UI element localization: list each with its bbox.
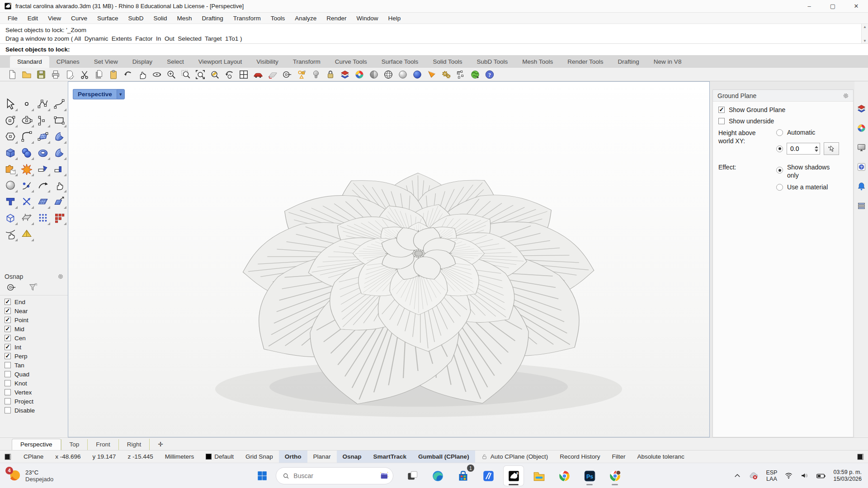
panel-libraries-icon[interactable] (857, 201, 866, 211)
status-item[interactable]: x -48.696 (49, 450, 86, 463)
pyramid-icon[interactable] (19, 226, 35, 242)
blast-icon[interactable] (19, 161, 35, 177)
toolbar-tab[interactable]: Visibility (249, 56, 286, 68)
mesh-icon[interactable] (35, 193, 51, 210)
new-file-icon[interactable] (6, 69, 18, 80)
selection-filter-icon[interactable] (296, 69, 307, 80)
osnap-tab-icon[interactable] (6, 282, 16, 292)
minimize-button[interactable]: – (797, 0, 821, 12)
menu-item[interactable]: SubD (123, 14, 149, 23)
panel-monitor-icon[interactable] (857, 143, 866, 152)
manual-height-radio[interactable] (776, 145, 783, 152)
curved-surface-icon[interactable] (51, 128, 67, 145)
chrome-icon[interactable] (554, 466, 574, 486)
toolbar-tab[interactable]: Transform (286, 56, 328, 68)
zoom-extents-icon[interactable] (194, 69, 206, 80)
command-prompt[interactable]: Select objects to lock: (0, 44, 868, 56)
point-icon[interactable] (19, 96, 35, 112)
perspective-viewport[interactable]: Perspective ▼ (68, 81, 710, 437)
viewport-title[interactable]: Perspective ▼ (73, 89, 125, 99)
weather-widget[interactable]: 4 23°C Despejado (0, 469, 113, 483)
height-value-input[interactable] (787, 145, 811, 152)
menu-item[interactable]: Surface (92, 14, 123, 23)
command-scrollbar[interactable]: ▲▼ (861, 24, 868, 44)
undo-view-icon[interactable] (223, 69, 235, 80)
panel-notifications-icon[interactable] (857, 182, 866, 191)
status-item[interactable]: Auto CPlane (Object) (475, 450, 554, 463)
pick-height-button[interactable] (824, 142, 839, 155)
toolbar-tab[interactable]: Curve Tools (328, 56, 374, 68)
clock[interactable]: 03:59 p. m. 15/03/2026 (833, 469, 862, 483)
menu-item[interactable]: Drafting (197, 14, 228, 23)
options-icon[interactable] (440, 69, 452, 80)
explode-icon[interactable] (2, 161, 19, 177)
save-icon[interactable] (35, 69, 47, 80)
status-item[interactable]: Absolute toleranc (631, 450, 690, 463)
point-grid-icon[interactable] (35, 210, 51, 226)
menu-item[interactable]: View (43, 14, 66, 23)
menu-item[interactable]: Render (321, 14, 351, 23)
trim-icon[interactable] (35, 161, 51, 177)
toolbar-tab[interactable]: New in V8 (646, 56, 689, 68)
dimension-style-icon[interactable] (455, 69, 467, 80)
rectangle-icon[interactable] (51, 112, 67, 128)
whats-this-icon[interactable] (426, 69, 438, 80)
open-file-icon[interactable] (21, 69, 33, 80)
toolbar-tab[interactable]: SubD Tools (469, 56, 515, 68)
osnap-option[interactable]: Perp (0, 352, 68, 361)
curve-icon[interactable] (51, 96, 67, 112)
start-button[interactable] (253, 467, 271, 485)
maximize-button[interactable]: ▢ (821, 0, 844, 12)
status-item[interactable]: Gumball (CPlane) (412, 450, 475, 463)
display-shaded-icon[interactable] (368, 69, 380, 80)
viewport-title-label[interactable]: Perspective (73, 89, 117, 99)
checkbox[interactable] (5, 353, 11, 359)
osnap-option[interactable]: Mid (0, 324, 68, 333)
radio-button[interactable] (776, 167, 783, 174)
layers-icon[interactable] (339, 69, 351, 80)
move-uvn-icon[interactable] (19, 193, 35, 210)
checkbox[interactable] (5, 362, 11, 368)
status-item[interactable]: CPlane (18, 450, 49, 463)
osnap-option[interactable]: End (0, 297, 68, 306)
toolbar-tab[interactable]: Standard (10, 56, 49, 68)
osnap-option[interactable]: Knot (0, 379, 68, 388)
menu-item[interactable]: Window (352, 14, 383, 23)
show-shadows-only-option[interactable]: Show shadows only (776, 163, 848, 179)
array-polar-icon[interactable] (51, 210, 67, 226)
radio-button[interactable] (776, 129, 783, 136)
panel-help-icon[interactable] (857, 162, 866, 172)
toolbar-tab[interactable]: Select (160, 56, 191, 68)
viewport-tab[interactable]: Top (61, 439, 88, 450)
tray-chevron-icon[interactable] (733, 472, 741, 480)
viewport-title-dropdown[interactable]: ▼ (117, 89, 125, 99)
toolbar-tab[interactable]: Drafting (611, 56, 646, 68)
show-ground-plane-option[interactable]: Show Ground Plane (718, 106, 848, 113)
task-view-icon[interactable] (402, 466, 422, 486)
search-input[interactable] (293, 472, 375, 479)
arc-icon[interactable] (35, 112, 51, 128)
store-icon[interactable]: 1 (453, 466, 473, 486)
status-item[interactable]: Grid Snap (240, 450, 279, 463)
osnap-option[interactable]: Vertex (0, 388, 68, 397)
toolbar-tab[interactable]: Mesh Tools (515, 56, 560, 68)
menu-item[interactable]: Transform (228, 14, 266, 23)
status-item[interactable]: Default (200, 450, 240, 463)
osnap-toggle-icon[interactable] (281, 69, 293, 80)
osnap-option[interactable]: Int (0, 343, 68, 352)
twisted-surface-icon[interactable] (51, 145, 67, 161)
status-item[interactable]: Filter (606, 450, 631, 463)
menu-item[interactable]: Help (383, 14, 406, 23)
toolbar-tab[interactable]: Set View (87, 56, 125, 68)
display-rendered-icon[interactable] (411, 69, 423, 80)
close-button[interactable]: ✕ (844, 0, 868, 12)
color-wheel-icon[interactable] (354, 69, 365, 80)
viewport-tab[interactable]: Perspective (12, 439, 61, 450)
zoom-window-icon[interactable] (180, 69, 192, 80)
menu-item[interactable]: Mesh (172, 14, 197, 23)
split-icon[interactable] (51, 161, 67, 177)
viewport-layout-icon[interactable] (238, 69, 250, 80)
rhino-icon[interactable] (504, 466, 524, 486)
status-item[interactable]: Ortho (279, 450, 307, 463)
language-indicator[interactable]: ESP LAA (766, 469, 777, 482)
